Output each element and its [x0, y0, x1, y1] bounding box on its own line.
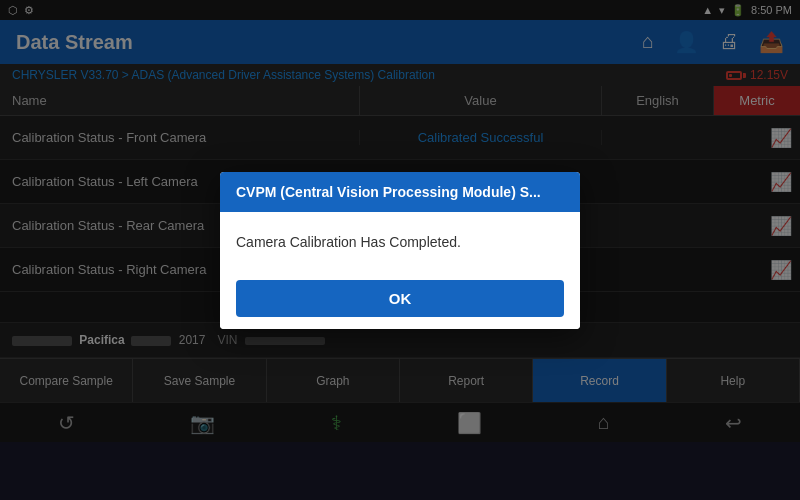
modal-footer: OK — [220, 272, 580, 329]
modal-message: Camera Calibration Has Completed. — [236, 234, 461, 250]
modal-body: Camera Calibration Has Completed. — [220, 212, 580, 272]
modal-overlay: CVPM (Central Vision Processing Module) … — [0, 0, 800, 500]
modal-header: CVPM (Central Vision Processing Module) … — [220, 172, 580, 212]
modal-dialog: CVPM (Central Vision Processing Module) … — [220, 172, 580, 329]
modal-ok-button[interactable]: OK — [236, 280, 564, 317]
modal-title: CVPM (Central Vision Processing Module) … — [236, 184, 541, 200]
